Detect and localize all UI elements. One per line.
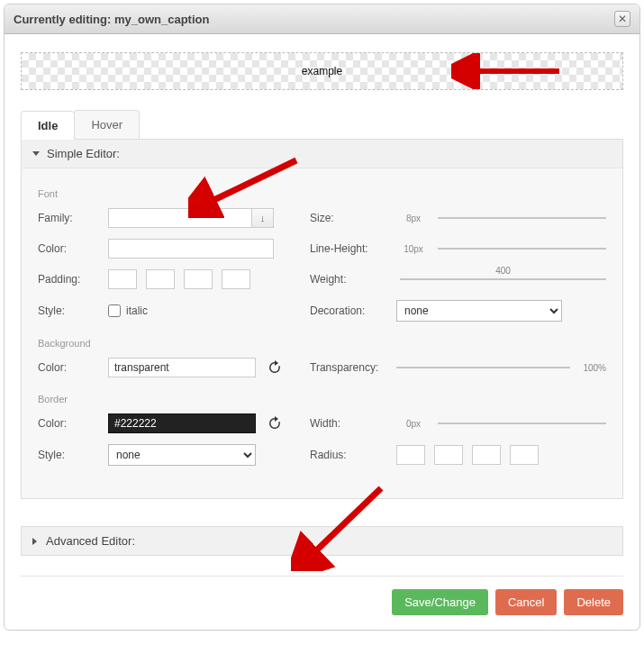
border-color-value: #222222 bbox=[114, 417, 157, 430]
label-lineheight: Line-Height: bbox=[310, 242, 396, 255]
italic-checkbox-wrap[interactable]: italic bbox=[108, 304, 148, 317]
tab-idle[interactable]: Idle bbox=[21, 111, 75, 140]
dialog-header: Currently editing: my_own_caption ✕ bbox=[5, 5, 639, 34]
label-padding: Padding: bbox=[38, 273, 108, 286]
label-border-width: Width: bbox=[310, 417, 396, 430]
lineheight-value: 10px bbox=[396, 244, 431, 254]
padding-bottom-input[interactable] bbox=[184, 269, 213, 289]
padding-right-input[interactable] bbox=[146, 269, 175, 289]
font-family-input[interactable] bbox=[108, 208, 252, 228]
dialog: Currently editing: my_own_caption ✕ exam… bbox=[4, 4, 640, 631]
bg-color-input[interactable] bbox=[108, 358, 256, 377]
label-border-color: Color: bbox=[38, 417, 108, 430]
save-button[interactable]: Save/Change bbox=[392, 589, 488, 615]
decoration-select[interactable]: none bbox=[396, 300, 562, 322]
font-family-picker-button[interactable]: ↓ bbox=[252, 208, 274, 228]
font-color-input[interactable] bbox=[108, 239, 274, 259]
lineheight-slider[interactable]: 10px bbox=[396, 244, 606, 254]
refresh-icon bbox=[268, 360, 282, 375]
size-slider[interactable]: 8px bbox=[396, 213, 606, 223]
close-icon: ✕ bbox=[618, 13, 627, 25]
label-transparency: Transparency: bbox=[310, 361, 396, 374]
label-family: Family: bbox=[38, 212, 108, 224]
border-width-value: 0px bbox=[396, 419, 431, 429]
accordion-simple: Simple Editor: Font Family: ↓ bbox=[21, 140, 623, 499]
dialog-body: example Idle Hover Simple Editor: bbox=[5, 34, 639, 630]
label-radius: Radius: bbox=[310, 449, 396, 461]
arrow-down-icon: ↓ bbox=[260, 213, 266, 223]
label-decoration: Decoration: bbox=[310, 304, 396, 317]
accordion-header-advanced[interactable]: Advanced Editor: bbox=[21, 526, 623, 556]
radius-tr-input[interactable] bbox=[434, 445, 463, 465]
chevron-down-icon bbox=[32, 151, 40, 156]
accordion-title: Simple Editor: bbox=[47, 147, 120, 160]
preview-area: example bbox=[22, 53, 622, 89]
weight-slider[interactable]: 400 bbox=[396, 278, 606, 280]
label-style: Style: bbox=[38, 304, 108, 317]
border-color-reset-button[interactable] bbox=[265, 413, 285, 433]
preview-container: example bbox=[21, 52, 623, 90]
accordion-panel-simple: Font Family: ↓ Size: bbox=[22, 168, 622, 498]
transparency-value: 100% bbox=[583, 363, 606, 373]
dialog-footer: Save/Change Cancel Delete bbox=[21, 576, 623, 615]
label-font-color: Color: bbox=[38, 242, 108, 255]
padding-left-input[interactable] bbox=[222, 269, 250, 289]
tab-hover[interactable]: Hover bbox=[74, 110, 140, 139]
size-value: 8px bbox=[396, 213, 431, 223]
delete-button[interactable]: Delete bbox=[564, 589, 623, 615]
transparency-slider[interactable]: 100% bbox=[396, 363, 606, 373]
weight-value: 400 bbox=[495, 266, 511, 276]
section-label-background: Background bbox=[38, 338, 606, 349]
tabs: Idle Hover bbox=[21, 110, 623, 140]
border-style-select[interactable]: none bbox=[108, 444, 256, 466]
italic-label: italic bbox=[126, 304, 148, 317]
label-border-style: Style: bbox=[38, 449, 108, 461]
refresh-icon bbox=[268, 416, 282, 431]
label-bg-color: Color: bbox=[38, 361, 108, 374]
annotation-arrow-icon bbox=[451, 53, 568, 89]
radius-tl-input[interactable] bbox=[396, 445, 425, 465]
section-label-font: Font bbox=[38, 188, 606, 199]
close-button[interactable]: ✕ bbox=[614, 11, 630, 27]
padding-top-input[interactable] bbox=[108, 269, 137, 289]
label-weight: Weight: bbox=[310, 273, 396, 286]
section-label-border: Border bbox=[38, 394, 606, 404]
preview-text: example bbox=[302, 65, 342, 77]
accordion-title-advanced: Advanced Editor: bbox=[46, 534, 135, 548]
border-width-slider[interactable]: 0px bbox=[396, 419, 606, 429]
dialog-title: Currently editing: my_own_caption bbox=[14, 13, 209, 26]
label-size: Size: bbox=[310, 212, 396, 224]
italic-checkbox[interactable] bbox=[108, 304, 121, 317]
chevron-right-icon bbox=[32, 538, 37, 545]
border-color-input[interactable]: #222222 bbox=[108, 413, 256, 433]
accordion-header-simple[interactable]: Simple Editor: bbox=[22, 140, 622, 168]
radius-bl-input[interactable] bbox=[510, 445, 539, 465]
cancel-button[interactable]: Cancel bbox=[495, 589, 557, 615]
radius-br-input[interactable] bbox=[472, 445, 501, 465]
bg-color-reset-button[interactable] bbox=[265, 358, 285, 377]
